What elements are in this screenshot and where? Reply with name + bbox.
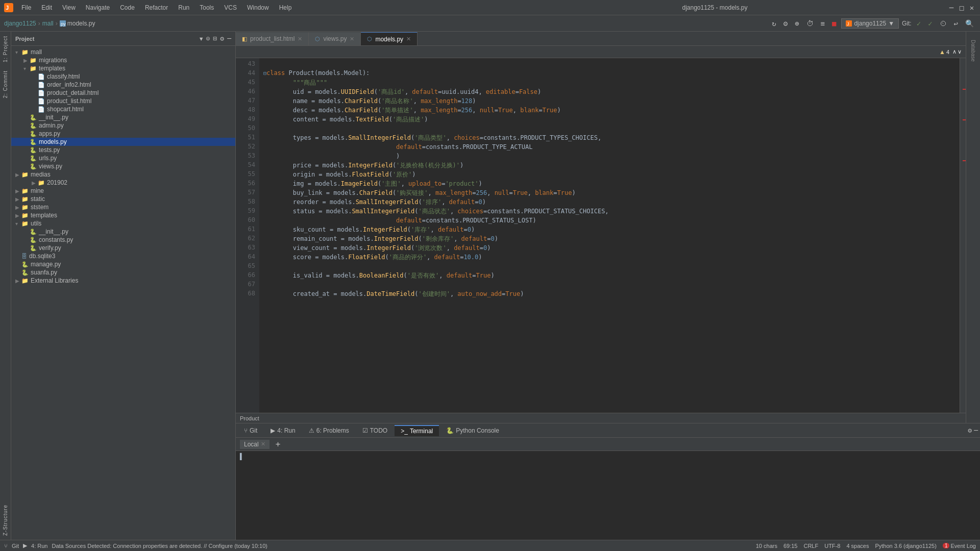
tab-views[interactable]: ⬡ views.py ✕ — [309, 32, 361, 45]
settings-icon[interactable]: ⚙ — [220, 35, 224, 42]
terminal-minimize-icon[interactable]: ─ — [974, 427, 978, 434]
status-indent[interactable]: 4 spaces — [846, 543, 869, 549]
tree-item-templates-root[interactable]: ▶ 📁 templates — [11, 211, 235, 219]
terminal-close-icon[interactable]: ✕ — [261, 441, 265, 447]
tree-item-mine[interactable]: ▶ 📁 mine — [11, 187, 235, 195]
code-line-43 — [263, 59, 955, 68]
terminal-settings-icon[interactable]: ⚙ — [968, 427, 972, 434]
tree-item-verify[interactable]: 🐍 verify.py — [11, 244, 235, 252]
tree-item-urls[interactable]: 🐍 urls.py — [11, 154, 235, 162]
locate-icon[interactable]: ⊙ — [206, 35, 210, 42]
git-clock-icon[interactable]: ⏲ — [938, 18, 949, 29]
breadcrumb-project[interactable]: django1125 — [4, 20, 36, 27]
bottom-tab-todo[interactable]: ☑ TODO — [356, 425, 394, 436]
status-encoding[interactable]: UTF-8 — [824, 543, 840, 549]
terminal-body[interactable]: ▌ — [236, 451, 980, 540]
status-git-label[interactable]: Git — [12, 543, 19, 549]
tree-item-ststem[interactable]: ▶ 📁 ststem — [11, 203, 235, 211]
commits-icon[interactable]: ≡ — [819, 18, 827, 29]
bottom-tab-git[interactable]: ⑂ Git — [238, 425, 263, 436]
profile-icon[interactable]: ⏱ — [804, 18, 816, 29]
terminal-local-tab[interactable]: Local ✕ — [240, 440, 270, 449]
bottom-tab-problems[interactable]: ⚠ 6: Problems — [303, 425, 355, 436]
stop-icon[interactable]: ■ — [830, 18, 838, 29]
bottom-tab-python-console[interactable]: 🐍 Python Console — [440, 425, 505, 436]
event-log-badge[interactable]: 1 Event Log — [943, 543, 976, 549]
collapse-all-icon[interactable]: ⊟ — [213, 35, 217, 42]
warning-up-arrow[interactable]: ∧ — [952, 48, 957, 55]
minimize-button[interactable]: ─ — [947, 4, 955, 12]
status-message[interactable]: Data Sources Detected: Connection proper… — [52, 543, 267, 549]
tree-item-tests[interactable]: 🐍 tests.py — [11, 146, 235, 154]
bottom-tab-run[interactable]: ▶ 4: Run — [264, 425, 301, 436]
tree-item-admin[interactable]: 🐍 admin.py — [11, 121, 235, 130]
tree-item-static[interactable]: ▶ 📁 static — [11, 195, 235, 203]
tree-item-init-utils[interactable]: 🐍 __init__.py — [11, 228, 235, 236]
menu-help[interactable]: Help — [275, 3, 296, 12]
project-selector[interactable]: J django1125 ▼ — [841, 18, 899, 29]
breadcrumb-sep1: › — [38, 20, 40, 27]
tree-item-templates-mall[interactable]: ▾ 📁 templates — [11, 64, 235, 72]
editor-scrollbar[interactable] — [960, 58, 966, 413]
sidebar-label-structure[interactable]: Z-Structure — [3, 505, 8, 536]
menu-tools[interactable]: Tools — [195, 3, 218, 12]
tree-item-models[interactable]: 🐍 models.py — [11, 138, 235, 146]
coverage-icon[interactable]: ⊕ — [793, 18, 801, 29]
menu-navigate[interactable]: Navigate — [82, 3, 114, 12]
sidebar-label-commit[interactable]: 2: Commit — [3, 70, 8, 98]
minimize-sidebar-icon[interactable]: ─ — [227, 35, 231, 42]
warning-down-arrow[interactable]: ∨ — [958, 48, 962, 55]
tree-item-mall[interactable]: ▾ 📁 mall — [11, 48, 235, 56]
maximize-button[interactable]: □ — [958, 4, 966, 12]
breadcrumb-folder[interactable]: mall — [42, 20, 54, 27]
menu-window[interactable]: Window — [243, 3, 273, 12]
menu-code[interactable]: Code — [116, 3, 139, 12]
bottom-tab-terminal[interactable]: >_ Terminal — [395, 425, 439, 436]
tab-views-close[interactable]: ✕ — [350, 36, 354, 42]
status-python[interactable]: Python 3.6 (django1125) — [875, 543, 936, 549]
status-run-label[interactable]: 4: Run — [31, 543, 47, 549]
tab-product-list[interactable]: ◧ product_list.html ✕ — [236, 32, 309, 45]
tree-item-views[interactable]: 🐍 views.py — [11, 162, 235, 170]
tab-models-close[interactable]: ✕ — [406, 36, 411, 42]
tab-product-list-close[interactable]: ✕ — [298, 36, 302, 42]
terminal-add-button[interactable]: + — [274, 439, 283, 449]
database-label[interactable]: Database — [970, 40, 976, 62]
git-undo-icon[interactable]: ↩ — [952, 18, 960, 29]
tree-item-classify[interactable]: 📄 classify.html — [11, 72, 235, 81]
tree-item-apps[interactable]: 🐍 apps.py — [11, 130, 235, 138]
search-icon[interactable]: 🔍 — [963, 18, 976, 29]
tree-item-external-libs[interactable]: ▶ 📁 External Libraries — [11, 277, 235, 285]
status-chars[interactable]: 10 chars — [756, 543, 777, 549]
close-button[interactable]: ✕ — [968, 4, 976, 12]
tree-item-migrations[interactable]: ▶ 📁 migrations — [11, 56, 235, 64]
tree-item-product-list[interactable]: 📄 product_list.html — [11, 97, 235, 105]
status-line-sep[interactable]: CRLF — [803, 543, 818, 549]
tree-item-manage[interactable]: 🐍 manage.py — [11, 260, 235, 268]
menu-edit[interactable]: Edit — [37, 3, 56, 12]
tree-item-init-mall[interactable]: 🐍 __init__.py — [11, 113, 235, 121]
sidebar-label-project[interactable]: 1: Project — [3, 36, 8, 62]
sync-icon[interactable]: ↻ — [770, 18, 778, 29]
tree-item-shopcart[interactable]: 📄 shopcart.html — [11, 105, 235, 113]
tree-item-constants[interactable]: 🐍 constants.py — [11, 236, 235, 244]
tree-item-utils[interactable]: ▾ 📁 utils — [11, 219, 235, 228]
warning-count[interactable]: ▲ 4 ∧ ∨ — [939, 48, 962, 56]
menu-view[interactable]: View — [58, 3, 80, 12]
git-check1-icon[interactable]: ✓ — [915, 18, 923, 29]
tree-item-201902[interactable]: ▶ 📁 201902 — [11, 179, 235, 187]
tree-item-medias[interactable]: ▶ 📁 medias — [11, 170, 235, 179]
tree-item-suanfa[interactable]: 🐍 suanfa.py — [11, 268, 235, 277]
tree-item-db[interactable]: 🗄 db.sqlite3 — [11, 252, 235, 260]
git-check2-icon[interactable]: ✓ — [926, 18, 934, 29]
build-icon[interactable]: ⚙ — [781, 18, 790, 29]
tab-models[interactable]: ⬡ models.py ✕ — [361, 32, 418, 45]
tree-item-product-detail[interactable]: 📄 product_detail.html — [11, 89, 235, 97]
tree-item-order-info[interactable]: 📄 order_info2.html — [11, 81, 235, 89]
menu-file[interactable]: File — [17, 3, 35, 12]
status-position[interactable]: 69:15 — [783, 543, 798, 549]
menu-run[interactable]: Run — [174, 3, 193, 12]
menu-refactor[interactable]: Refactor — [141, 3, 172, 12]
code-area[interactable]: ⊟class Product(models.Model): """商品""" u… — [259, 58, 960, 413]
menu-vcs[interactable]: VCS — [220, 3, 241, 12]
